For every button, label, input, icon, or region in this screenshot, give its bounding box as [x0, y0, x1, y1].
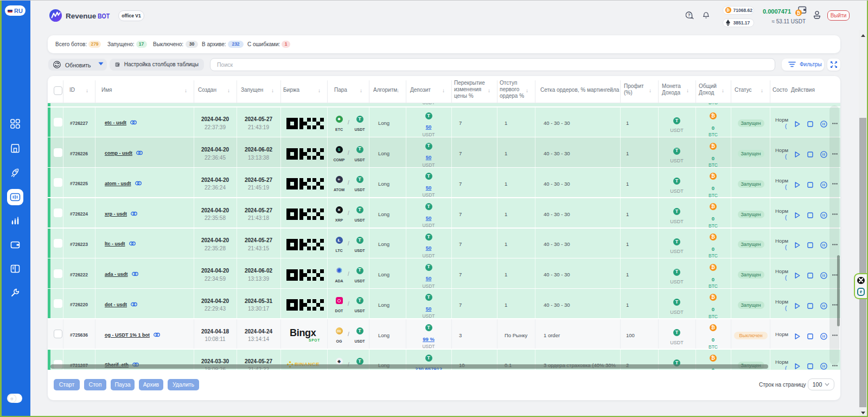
svg-text:₿: ₿ — [797, 10, 801, 16]
svg-text:?: ? — [688, 12, 691, 17]
